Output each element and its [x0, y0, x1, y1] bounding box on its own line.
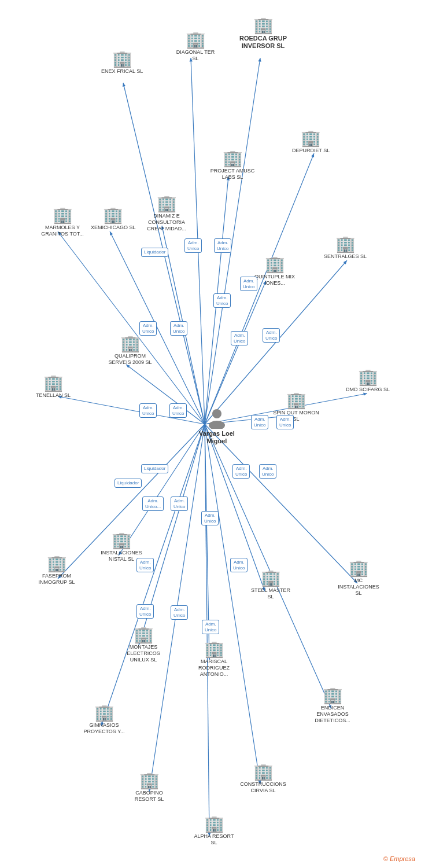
node-endicen: 🏢 ENDICEN ENVASADOS DIETETICOS...: [309, 687, 356, 723]
node-tenellan: 🏢 TENELLAN SL: [36, 375, 71, 399]
building-icon-gimnasios: 🏢: [94, 705, 115, 721]
node-mc: 🏢 MC INSTALACIONES SL: [335, 560, 382, 596]
building-icon-roedca: 🏢: [253, 17, 274, 34]
building-icon-cabopino: 🏢: [139, 773, 160, 789]
node-depurdiet: 🏢 DEPURDIET SL: [292, 130, 330, 154]
label-alpha: ALPHA RESORT SL: [191, 833, 237, 846]
building-icon-qualiprom: 🏢: [120, 336, 141, 352]
badge-liquidador-1[interactable]: Liquidador: [141, 248, 168, 257]
badge-adm-22[interactable]: Adm.Unico: [136, 604, 154, 619]
badge-adm-17[interactable]: Adm.Unico: [201, 511, 219, 525]
node-projectamusc: 🏢 PROJECT AMUSC LABS SL: [209, 150, 256, 181]
label-quintuple: QUINTUPLE MIX IONES...: [252, 274, 298, 286]
building-icon-construccions: 🏢: [253, 764, 274, 780]
node-dmd: 🏢 DMD SCIFARG SL: [346, 369, 390, 393]
building-icon-dinamiz: 🏢: [157, 196, 177, 212]
label-endicen: ENDICEN ENVASADOS DIETETICOS...: [309, 705, 356, 723]
badge-adm-7[interactable]: Adm.Unico: [263, 328, 280, 343]
badge-adm-4[interactable]: Adm.Unico: [170, 321, 187, 336]
label-construccions: CONSTRUCCIONS CIRVIA SL: [240, 781, 286, 794]
node-sentralges: 🏢 SENTRALGES SL: [324, 236, 367, 260]
building-icon-sentralges: 🏢: [335, 236, 356, 252]
badge-adm-5[interactable]: Adm.Unico: [213, 293, 231, 308]
person-icon: [206, 408, 227, 429]
building-icon-xemichicago: 🏢: [103, 207, 123, 223]
node-alpha: 🏢 ALPHA RESORT SL: [191, 816, 237, 846]
node-montajes: 🏢 MONTAJES ELECTRICOS UNILUX SL: [120, 627, 167, 663]
badge-liquidador-3[interactable]: Liquidador: [115, 479, 142, 488]
node-construccions: 🏢 CONSTRUCCIONS CIRVIA SL: [240, 764, 286, 794]
building-icon-tenellan: 🏢: [43, 375, 64, 391]
svg-point-0: [212, 409, 221, 418]
building-icon-marmoles: 🏢: [53, 207, 73, 223]
label-dmd: DMD SCIFARG SL: [346, 387, 390, 393]
badge-adm-6[interactable]: Adm.Unico: [240, 277, 257, 291]
badge-adm-12[interactable]: Adm.Unico: [276, 415, 294, 429]
badge-adm-1[interactable]: Adm.Unico: [184, 238, 202, 253]
label-mc: MC INSTALACIONES SL: [335, 578, 382, 596]
building-icon-dmd: 🏢: [358, 369, 378, 385]
label-steelmaster: STEEL MASTER SL: [248, 587, 294, 600]
badge-adm-10[interactable]: Adm.Unico: [169, 403, 187, 418]
badge-adm-2[interactable]: Adm.Unico: [214, 238, 231, 253]
node-dinamiz: 🏢 DINAMIZ E CONSULTORIA CREATIVIDAD...: [143, 196, 190, 231]
node-roedca: 🏢 ROEDCA GRUP INVERSOR SL: [237, 17, 289, 50]
building-icon-endicen: 🏢: [323, 687, 343, 704]
label-roedca: ROEDCA GRUP INVERSOR SL: [237, 35, 289, 50]
building-icon-enexfrical: 🏢: [112, 51, 132, 67]
node-mariscal: 🏢 MARISCAL RODRIGUEZ ANTONIO...: [191, 641, 237, 677]
badge-adm-11[interactable]: Adm.Unico: [251, 415, 268, 429]
copyright: © Empresa: [383, 855, 415, 862]
badge-adm-3[interactable]: Adm.Unico: [139, 321, 157, 336]
node-xemichicago: 🏢 XEMICHICAGO SL: [91, 207, 136, 231]
label-diagonal: DIAGONAL TER SL: [172, 49, 219, 62]
label-dinamiz: DINAMIZ E CONSULTORIA CREATIVIDAD...: [143, 213, 190, 231]
label-center: Vargas Loel Miguel: [191, 430, 243, 445]
label-montajes: MONTAJES ELECTRICOS UNILUX SL: [120, 644, 167, 663]
center-node: Vargas Loel Miguel: [191, 408, 243, 445]
badge-adm-16[interactable]: Adm.Unico: [171, 496, 188, 511]
building-icon-steelmaster: 🏢: [261, 570, 281, 586]
badge-adm-13[interactable]: Adm.Unico: [232, 464, 250, 479]
badge-adm-9[interactable]: Adm.Unico: [139, 403, 157, 418]
node-gimnasios: 🏢 GIMNASIOS PROYECTOS Y...: [81, 705, 127, 735]
building-icon-diagonal: 🏢: [186, 32, 206, 48]
node-qualiprom: 🏢 QUALIPROM SERVEIS 2009 SL: [107, 336, 153, 366]
building-icon-montajes: 🏢: [134, 627, 154, 643]
node-diagonal: 🏢 DIAGONAL TER SL: [172, 32, 219, 62]
badge-adm-20[interactable]: Adm.Unico: [171, 605, 188, 620]
label-xemichicago: XEMICHICAGO SL: [91, 225, 136, 231]
building-icon-alpha: 🏢: [204, 816, 224, 832]
building-icon-mariscal: 🏢: [204, 641, 224, 657]
building-icon-spinout: 🏢: [286, 392, 306, 409]
building-icon-quintuple: 🏢: [265, 256, 285, 273]
badge-liquidador-2[interactable]: Liquidador: [141, 464, 168, 473]
label-depurdiet: DEPURDIET SL: [292, 148, 330, 154]
node-cabopino: 🏢 CABOPINO RESORT SL: [126, 773, 172, 803]
svg-point-1: [209, 421, 225, 429]
label-sentralges: SENTRALGES SL: [324, 253, 367, 260]
label-gimnasios: GIMNASIOS PROYECTOS Y...: [81, 722, 127, 735]
badge-adm-14[interactable]: Adm.Unico: [259, 464, 276, 479]
building-icon-faseprom: 🏢: [47, 556, 67, 572]
label-faseprom: FASEPROM INMOGRUP SL: [34, 573, 80, 586]
node-quintuple: 🏢 QUINTUPLE MIX IONES...: [252, 256, 298, 286]
node-enexfrical: 🏢 ENEX FRICAL SL: [101, 51, 143, 75]
label-marmoles: MARMOLES Y GRANITOS TOT...: [39, 225, 86, 237]
building-icon-instalaciones: 🏢: [112, 532, 132, 549]
badge-adm-21[interactable]: Adm.Unico: [202, 620, 219, 634]
label-mariscal: MARISCAL RODRIGUEZ ANTONIO...: [191, 659, 237, 677]
label-enexfrical: ENEX FRICAL SL: [101, 68, 143, 75]
node-faseprom: 🏢 FASEPROM INMOGRUP SL: [34, 556, 80, 586]
node-steelmaster: 🏢 STEEL MASTER SL: [248, 570, 294, 600]
building-icon-projectamusc: 🏢: [223, 150, 243, 167]
label-cabopino: CABOPINO RESORT SL: [126, 790, 172, 803]
node-marmoles: 🏢 MARMOLES Y GRANITOS TOT...: [39, 207, 86, 237]
building-icon-mc: 🏢: [349, 560, 369, 576]
label-projectamusc: PROJECT AMUSC LABS SL: [209, 168, 256, 181]
badge-adm-18[interactable]: Adm.Unico: [136, 558, 154, 572]
badge-adm-8[interactable]: Adm.Unico: [231, 331, 248, 345]
badge-adm-19[interactable]: Adm.Unico: [230, 558, 248, 572]
badge-adm-15[interactable]: Adm.Unico...: [142, 496, 164, 511]
label-qualiprom: QUALIPROM SERVEIS 2009 SL: [107, 353, 153, 366]
